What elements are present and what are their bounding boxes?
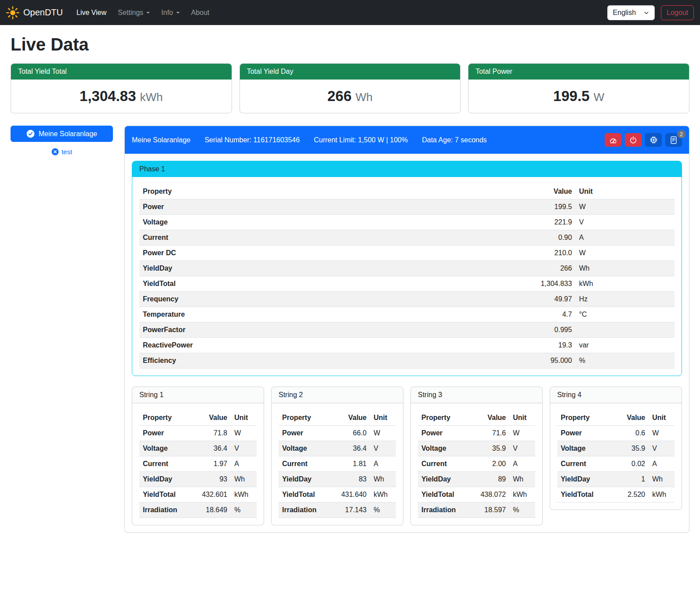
- power-settings-button[interactable]: [625, 133, 642, 147]
- string-card-body: Property Value Unit Power: [411, 403, 542, 525]
- main-layout: Meine Solaranlage test Meine Solaranlage…: [11, 126, 689, 533]
- property-cell: Power: [557, 426, 616, 441]
- unit-cell: °C: [576, 307, 675, 322]
- column-header-unit: Unit: [231, 410, 257, 426]
- journal-icon: [670, 136, 678, 144]
- property-cell: ReactivePower: [139, 338, 476, 353]
- logout-button[interactable]: Logout: [661, 5, 694, 20]
- summary-card-body: 199.5W: [468, 80, 689, 113]
- brand[interactable]: OpenDTU: [6, 6, 63, 19]
- unit-cell: kWh: [576, 276, 675, 292]
- inverter-card-body: Phase 1 Property Value Unit: [125, 154, 689, 532]
- nav-about[interactable]: About: [185, 5, 215, 20]
- unit-cell: V: [576, 215, 675, 230]
- string-card-2: String 2 Property Value Unit: [271, 387, 403, 525]
- column-header-value: Value: [198, 410, 231, 426]
- value-cell: 1,304.833: [476, 276, 575, 292]
- value-cell: 1: [616, 472, 649, 487]
- column-header-unit: Unit: [649, 410, 675, 426]
- table-row: YieldTotal 438.072 kWh: [418, 487, 535, 503]
- column-header-value: Value: [616, 410, 649, 426]
- value-cell: 36.4: [198, 441, 231, 456]
- page-title: Live Data: [11, 35, 689, 54]
- column-header-unit: Unit: [370, 410, 396, 426]
- unit-cell: V: [370, 441, 396, 456]
- string-card-title: String 4: [550, 387, 682, 403]
- inverter-actions: 2: [605, 133, 682, 147]
- summary-cards: Total Yield Total 1,304.83kWh Total Yiel…: [11, 63, 689, 113]
- value-cell: 2.00: [477, 456, 510, 472]
- table-row: Power 71.8 W: [139, 426, 257, 441]
- property-cell: Temperature: [139, 307, 476, 322]
- summary-unit: W: [594, 90, 605, 104]
- table-row: YieldDay 83 Wh: [279, 472, 396, 487]
- value-cell: 0.995: [476, 322, 575, 338]
- unit-cell: V: [231, 441, 257, 456]
- unit-cell: kWh: [509, 487, 535, 503]
- property-cell: YieldDay: [139, 261, 476, 276]
- column-header-value: Value: [476, 184, 575, 199]
- value-cell: 438.072: [477, 487, 510, 503]
- inverter-button-selected[interactable]: Meine Solaranlage: [11, 126, 113, 142]
- column-header-property: Property: [139, 410, 198, 426]
- column-header-property: Property: [139, 184, 476, 199]
- summary-card-header: Total Yield Total: [11, 64, 232, 80]
- summary-card-header: Total Power: [468, 64, 689, 80]
- property-cell: YieldTotal: [139, 487, 198, 503]
- inverter-button-test[interactable]: test: [49, 147, 75, 156]
- value-cell: 221.9: [476, 215, 575, 230]
- string-card-4: String 4 Property Value Unit: [550, 387, 682, 510]
- property-cell: Irradiation: [418, 503, 477, 518]
- event-log-button[interactable]: 2: [665, 133, 682, 147]
- table-header-row: Property Value Unit: [139, 410, 257, 426]
- table-row: YieldTotal 432.601 kWh: [139, 487, 257, 503]
- summary-card-total-power: Total Power 199.5W: [468, 63, 689, 113]
- summary-card-header: Total Yield Day: [240, 64, 461, 80]
- value-cell: 89: [477, 472, 510, 487]
- unit-cell: V: [649, 441, 675, 456]
- column-header-value: Value: [477, 410, 510, 426]
- property-cell: Current: [139, 456, 198, 472]
- unit-cell: W: [576, 246, 675, 261]
- nav-settings[interactable]: Settings: [112, 5, 156, 20]
- property-cell: Current: [418, 456, 477, 472]
- summary-value: 199.5: [553, 88, 590, 104]
- device-info-button[interactable]: [645, 133, 662, 147]
- chevron-down-icon: [146, 12, 150, 14]
- value-cell: 35.9: [616, 441, 649, 456]
- power-icon: [629, 136, 637, 144]
- column-header-unit: Unit: [509, 410, 535, 426]
- nav-live-view[interactable]: Live View: [71, 5, 112, 20]
- language-select[interactable]: English: [607, 5, 655, 20]
- table-row: Irradiation 18.649 %: [139, 503, 257, 518]
- value-cell: 210.0: [476, 246, 575, 261]
- unit-cell: [576, 322, 675, 338]
- table-row: Voltage 35.9 V: [557, 441, 675, 456]
- unit-cell: W: [649, 426, 675, 441]
- table-row: YieldDay 1 Wh: [557, 472, 675, 487]
- property-cell: YieldDay: [139, 472, 198, 487]
- value-cell: 199.5: [476, 199, 575, 215]
- phase-card-title: Phase 1: [132, 161, 682, 177]
- inverter-card: Meine Solaranlage Serial Number: 1161716…: [124, 126, 689, 533]
- property-cell: Irradiation: [139, 503, 198, 518]
- value-cell: 1.97: [198, 456, 231, 472]
- property-cell: Power: [139, 199, 476, 215]
- value-cell: 0.02: [616, 456, 649, 472]
- limit-settings-button[interactable]: [605, 133, 621, 147]
- nav-info[interactable]: Info: [156, 5, 185, 20]
- navbar-left: OpenDTU Live View Settings Info About: [6, 5, 215, 20]
- value-cell: 431.640: [337, 487, 370, 503]
- inverter-name: Meine Solaranlage: [132, 136, 190, 144]
- table-row: YieldDay 93 Wh: [139, 472, 257, 487]
- value-cell: 19.3: [476, 338, 575, 353]
- summary-card-body: 1,304.83kWh: [11, 80, 232, 113]
- column-header-property: Property: [279, 410, 337, 426]
- unit-cell: W: [509, 426, 535, 441]
- summary-unit: Wh: [355, 90, 373, 104]
- unit-cell: Wh: [231, 472, 257, 487]
- table-row: Current 0.90 A: [139, 230, 675, 246]
- nav-label: About: [191, 9, 210, 17]
- column-header-unit: Unit: [576, 184, 675, 199]
- string-table: Property Value Unit Power: [279, 410, 396, 518]
